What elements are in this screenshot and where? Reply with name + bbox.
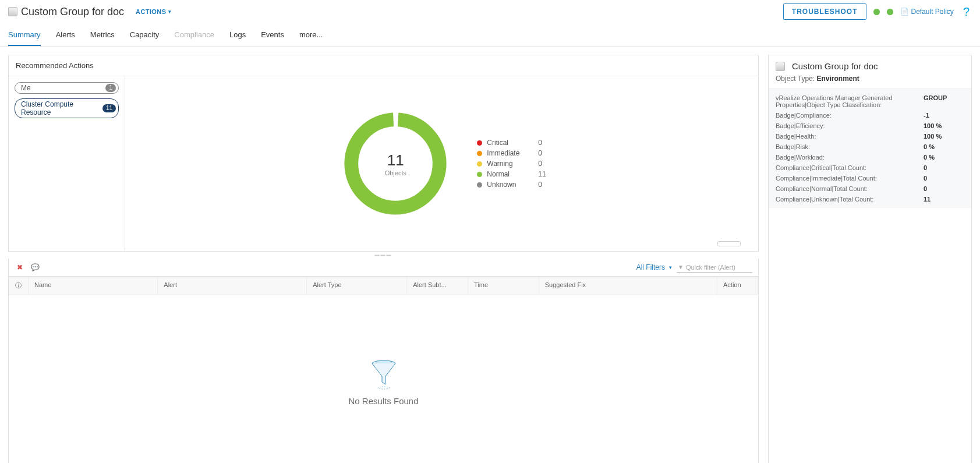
alerts-table-body: No Results Found — [8, 295, 759, 463]
property-row: Compliance|Unknown|Total Count:11 — [769, 194, 971, 204]
col-status-icon[interactable]: ⓘ — [9, 277, 29, 295]
no-results-label: No Results Found — [348, 396, 418, 406]
policy-icon: 📄 — [900, 8, 909, 16]
chevron-down-icon: ▾ — [168, 9, 171, 15]
donut-chart: 11 Objects — [337, 105, 454, 222]
tab-more-[interactable]: more... — [299, 24, 323, 46]
chart-legend: Critical0Immediate0Warning0Normal11Unkno… — [477, 136, 546, 191]
legend-row-critical: Critical0 — [477, 139, 546, 147]
tab-compliance: Compliance — [174, 24, 214, 46]
col-time[interactable]: Time — [468, 277, 539, 295]
legend-row-immediate: Immediate0 — [477, 149, 546, 157]
alerts-table-header: ⓘ Name Alert Alert Type Alert Subt... Ti… — [8, 277, 759, 295]
object-icon — [776, 62, 785, 71]
property-row: Badge|Workload:0 % — [769, 152, 971, 162]
object-type-value: Environment — [817, 75, 859, 83]
col-action[interactable]: Action — [717, 277, 758, 295]
col-alert-subtype[interactable]: Alert Subt... — [407, 277, 468, 295]
troubleshoot-button[interactable]: TROUBLESHOOT — [783, 3, 866, 20]
legend-row-unknown: Unknown0 — [477, 181, 546, 189]
chevron-down-icon: ▾ — [669, 264, 672, 270]
quick-filter-placeholder: Quick filter (Alert) — [686, 264, 735, 271]
health-badge-icon[interactable] — [873, 9, 880, 15]
all-filters-dropdown[interactable]: All Filters ▾ — [636, 263, 672, 271]
donut-total: 11 — [387, 151, 404, 169]
col-alert-type[interactable]: Alert Type — [307, 277, 407, 295]
tab-events[interactable]: Events — [261, 24, 284, 46]
quick-filter-input[interactable]: ▼ Quick filter (Alert) — [677, 263, 752, 273]
chart-scrollbar[interactable] — [717, 241, 741, 246]
col-suggested-fix[interactable]: Suggested Fix — [539, 277, 717, 295]
tab-capacity[interactable]: Capacity — [130, 24, 160, 46]
filter-pill-cluster-compute-resource[interactable]: Cluster Compute Resource11 — [15, 98, 119, 118]
side-title: Custom Group for doc — [792, 61, 878, 71]
property-row: Compliance|Normal|Total Count:0 — [769, 183, 971, 194]
recommended-actions-title: Recommended Actions — [9, 55, 758, 76]
actions-label: ACTIONS — [136, 8, 166, 15]
tab-logs[interactable]: Logs — [229, 24, 246, 46]
property-row: Badge|Risk:0 % — [769, 142, 971, 152]
filter-icon: ▼ — [678, 264, 684, 270]
object-details-panel: Custom Group for doc Object Type: Enviro… — [768, 55, 972, 463]
col-name[interactable]: Name — [29, 277, 158, 295]
property-row: Badge|Efficiency:100 % — [769, 121, 971, 131]
recommended-filters: Me1Cluster Compute Resource11 — [9, 76, 125, 251]
tab-alerts[interactable]: Alerts — [56, 24, 75, 46]
actions-dropdown[interactable]: ACTIONS ▾ — [136, 8, 172, 15]
tabs-row: SummaryAlertsMetricsCapacityComplianceLo… — [0, 24, 980, 47]
property-row: Badge|Compliance:-1 — [769, 110, 971, 121]
page-title: Custom Group for doc — [21, 6, 124, 18]
object-type-label: Object Type: — [776, 75, 815, 83]
legend-row-warning: Warning0 — [477, 160, 546, 168]
property-row: Badge|Health:100 % — [769, 131, 971, 142]
donut-label: Objects — [385, 169, 406, 176]
object-icon — [8, 7, 17, 16]
risk-badge-icon[interactable] — [887, 9, 893, 15]
page-header: Custom Group for doc ACTIONS ▾ TROUBLESH… — [0, 0, 980, 21]
property-list: vRealize Operations Manager Generated Pr… — [769, 89, 971, 208]
property-row: Compliance|Immediate|Total Count:0 — [769, 173, 971, 183]
col-alert[interactable]: Alert — [158, 277, 307, 295]
svg-point-2 — [378, 387, 390, 389]
chat-icon[interactable]: 💬 — [30, 262, 40, 273]
alerts-toolbar: ✖ 💬 All Filters ▾ ▼ Quick filter (Alert) — [8, 259, 759, 277]
filter-pill-me[interactable]: Me1 — [15, 82, 119, 94]
cancel-alert-icon[interactable]: ✖ — [15, 262, 25, 273]
legend-row-normal: Normal11 — [477, 170, 546, 178]
property-row: Compliance|Critical|Total Count:0 — [769, 162, 971, 173]
help-icon[interactable]: ? — [961, 5, 972, 19]
default-policy-link[interactable]: 📄 Default Policy — [900, 8, 954, 16]
tab-metrics[interactable]: Metrics — [90, 24, 115, 46]
policy-label: Default Policy — [911, 8, 954, 16]
property-row: vRealize Operations Manager Generated Pr… — [769, 93, 971, 110]
all-filters-label: All Filters — [636, 263, 665, 271]
funnel-icon — [366, 359, 401, 390]
recommended-actions-panel: Recommended Actions Me1Cluster Compute R… — [8, 55, 759, 252]
panel-resize-grip[interactable]: ▬▬▬ — [8, 253, 759, 256]
donut-chart-area: 11 Objects Critical0Immediate0Warning0No… — [125, 76, 758, 251]
tab-summary[interactable]: Summary — [8, 24, 41, 46]
